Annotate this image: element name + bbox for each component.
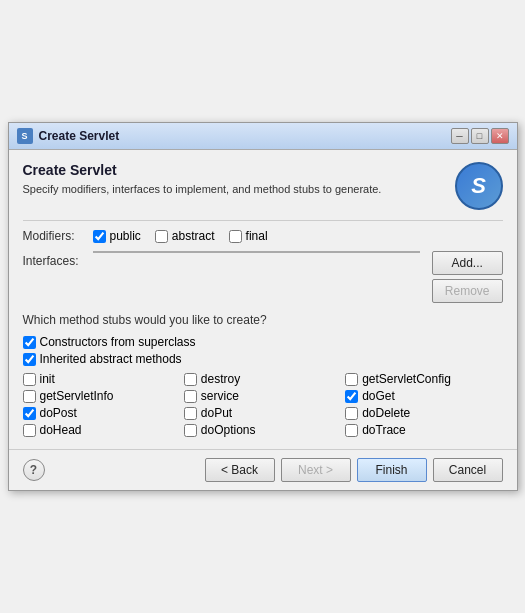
destroy-checkbox[interactable] bbox=[184, 373, 197, 386]
cancel-button[interactable]: Cancel bbox=[433, 458, 503, 482]
constructors-checkbox[interactable] bbox=[23, 336, 36, 349]
method-dodelete[interactable]: doDelete bbox=[345, 406, 502, 420]
inherited-checkbox[interactable] bbox=[23, 353, 36, 366]
public-checkbox[interactable] bbox=[93, 230, 106, 243]
dotrace-checkbox[interactable] bbox=[345, 424, 358, 437]
interfaces-listbox[interactable] bbox=[93, 251, 420, 253]
minimize-button[interactable]: ─ bbox=[451, 128, 469, 144]
interfaces-container bbox=[93, 251, 426, 253]
modifiers-row: Modifiers: public abstract final bbox=[23, 229, 503, 243]
public-label: public bbox=[110, 229, 141, 243]
abstract-checkbox[interactable] bbox=[155, 230, 168, 243]
window-icon: S bbox=[17, 128, 33, 144]
method-destroy[interactable]: destroy bbox=[184, 372, 341, 386]
maximize-button[interactable]: □ bbox=[471, 128, 489, 144]
doget-checkbox[interactable] bbox=[345, 390, 358, 403]
finish-button[interactable]: Finish bbox=[357, 458, 427, 482]
title-bar: S Create Servlet ─ □ ✕ bbox=[9, 123, 517, 150]
page-description: Specify modifiers, interfaces to impleme… bbox=[23, 182, 382, 197]
close-button[interactable]: ✕ bbox=[491, 128, 509, 144]
next-button[interactable]: Next > bbox=[281, 458, 351, 482]
abstract-modifier[interactable]: abstract bbox=[155, 229, 215, 243]
add-interface-button[interactable]: Add... bbox=[432, 251, 503, 275]
main-window: S Create Servlet ─ □ ✕ Create Servlet Sp… bbox=[8, 122, 518, 491]
inherited-checkbox-label[interactable]: Inherited abstract methods bbox=[23, 352, 503, 366]
window-title: Create Servlet bbox=[39, 129, 120, 143]
dopost-checkbox[interactable] bbox=[23, 407, 36, 420]
method-getservletinfo[interactable]: getServletInfo bbox=[23, 389, 180, 403]
remove-interface-button[interactable]: Remove bbox=[432, 279, 503, 303]
method-service[interactable]: service bbox=[184, 389, 341, 403]
dooptions-checkbox[interactable] bbox=[184, 424, 197, 437]
method-dotrace[interactable]: doTrace bbox=[345, 423, 502, 437]
constructors-label: Constructors from superclass bbox=[40, 335, 196, 349]
page-title: Create Servlet bbox=[23, 162, 382, 178]
dodelete-checkbox[interactable] bbox=[345, 407, 358, 420]
content-area: Create Servlet Specify modifiers, interf… bbox=[9, 150, 517, 449]
footer-buttons: < Back Next > Finish Cancel bbox=[205, 458, 503, 482]
service-checkbox[interactable] bbox=[184, 390, 197, 403]
footer: ? < Back Next > Finish Cancel bbox=[9, 449, 517, 490]
help-button[interactable]: ? bbox=[23, 459, 45, 481]
inherited-label: Inherited abstract methods bbox=[40, 352, 182, 366]
title-bar-left: S Create Servlet bbox=[17, 128, 120, 144]
method-init[interactable]: init bbox=[23, 372, 180, 386]
wizard-icon: S bbox=[455, 162, 503, 210]
stubs-question: Which method stubs would you like to cre… bbox=[23, 313, 503, 327]
abstract-label: abstract bbox=[172, 229, 215, 243]
method-dohead[interactable]: doHead bbox=[23, 423, 180, 437]
method-checkboxes-grid: init destroy getServletConfig getServlet… bbox=[23, 372, 503, 437]
interfaces-label: Interfaces: bbox=[23, 251, 93, 268]
method-doput[interactable]: doPut bbox=[184, 406, 341, 420]
public-modifier[interactable]: public bbox=[93, 229, 141, 243]
page-title-area: Create Servlet Specify modifiers, interf… bbox=[23, 162, 382, 197]
method-dopost[interactable]: doPost bbox=[23, 406, 180, 420]
final-modifier[interactable]: final bbox=[229, 229, 268, 243]
modifiers-label: Modifiers: bbox=[23, 229, 93, 243]
constructors-checkbox-label[interactable]: Constructors from superclass bbox=[23, 335, 503, 349]
method-doget[interactable]: doGet bbox=[345, 389, 502, 403]
getservletconfig-checkbox[interactable] bbox=[345, 373, 358, 386]
header-divider bbox=[23, 220, 503, 221]
init-checkbox[interactable] bbox=[23, 373, 36, 386]
modifiers-options: public abstract final bbox=[93, 229, 268, 243]
back-button[interactable]: < Back bbox=[205, 458, 275, 482]
page-header: Create Servlet Specify modifiers, interf… bbox=[23, 162, 503, 210]
doput-checkbox[interactable] bbox=[184, 407, 197, 420]
dohead-checkbox[interactable] bbox=[23, 424, 36, 437]
final-checkbox[interactable] bbox=[229, 230, 242, 243]
final-label: final bbox=[246, 229, 268, 243]
stub-checkboxes: Constructors from superclass Inherited a… bbox=[23, 335, 503, 366]
title-bar-buttons: ─ □ ✕ bbox=[451, 128, 509, 144]
method-getservletconfig[interactable]: getServletConfig bbox=[345, 372, 502, 386]
interfaces-area: Interfaces: Add... Remove bbox=[23, 251, 503, 303]
getservletinfo-checkbox[interactable] bbox=[23, 390, 36, 403]
method-dooptions[interactable]: doOptions bbox=[184, 423, 341, 437]
interfaces-buttons: Add... Remove bbox=[432, 251, 503, 303]
